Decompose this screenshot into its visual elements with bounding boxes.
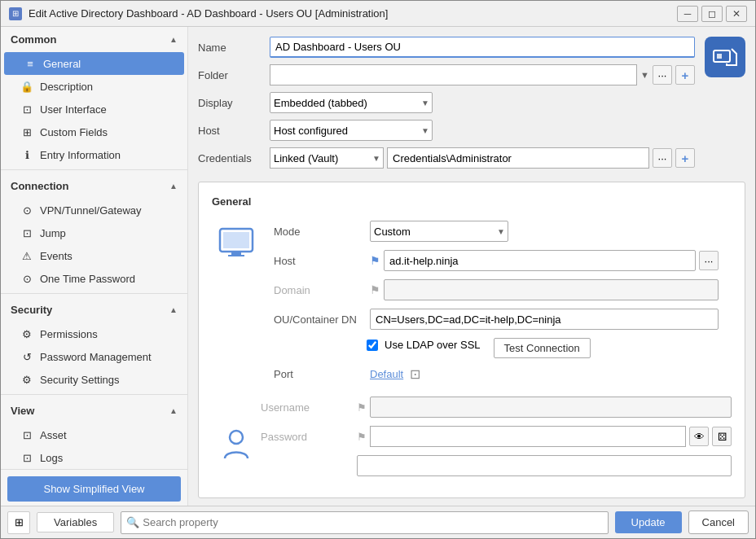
display-select[interactable]: Embedded (tabbed) <box>270 92 433 113</box>
monitor-icon <box>217 224 256 270</box>
sidebar-section-view-header[interactable]: View ▲ <box>1 398 187 423</box>
close-button[interactable]: ✕ <box>726 6 747 22</box>
username-row: Username ⚑ <box>261 397 732 418</box>
password-mgmt-icon: ↺ <box>20 350 33 363</box>
sidebar-item-jump[interactable]: ⊡ Jump <box>1 221 187 244</box>
ldap-ssl-checkbox[interactable] <box>367 340 378 351</box>
folder-dots-button[interactable]: ··· <box>653 65 672 85</box>
display-row: Display Embedded (tabbed) ▼ <box>198 92 695 113</box>
sidebar-item-security-settings[interactable]: ⚙ Security Settings <box>1 368 187 391</box>
sidebar-item-logs[interactable]: ⊡ Logs <box>1 446 187 469</box>
svg-rect-1 <box>717 54 722 59</box>
svg-rect-4 <box>231 252 241 255</box>
sidebar-item-password-management[interactable]: ↺ Password Management <box>1 345 187 368</box>
title-bar: ⊞ Edit Active Directory Dashboard - AD D… <box>1 1 755 27</box>
folder-row: Folder ▼ ··· + <box>198 64 695 85</box>
port-label: Port <box>274 368 363 380</box>
show-simplified-button[interactable]: Show Simplified View <box>7 476 181 502</box>
sidebar-section-security: Security ▲ ⚙ Permissions ↺ Password Mana… <box>1 297 187 391</box>
credentials-select[interactable]: Linked (Vault) <box>270 147 384 169</box>
sidebar-item-general-label: General <box>43 58 81 70</box>
domain-input[interactable] <box>384 279 719 300</box>
extra-input[interactable] <box>357 455 732 476</box>
window-title: Edit Active Directory Dashboard - AD Das… <box>29 7 388 20</box>
user-svg <box>222 427 251 462</box>
sidebar-item-events-label: Events <box>40 250 73 262</box>
main-window: ⊞ Edit Active Directory Dashboard - AD D… <box>0 0 756 539</box>
user-icon-area <box>212 397 261 484</box>
gen-host-input[interactable] <box>384 250 696 271</box>
user-pwd-area: Username ⚑ Password ⚑ <box>212 397 732 484</box>
sidebar-item-custom-label: Custom Fields <box>40 126 108 138</box>
gen-host-dots-button[interactable]: ··· <box>699 251 719 270</box>
sidebar-item-vpn[interactable]: ⊙ VPN/Tunnel/Gateway <box>1 199 187 221</box>
maximize-button[interactable]: ◻ <box>701 6 723 22</box>
sidebar-item-pwd-mgmt-label: Password Management <box>40 351 152 363</box>
gen-host-input-row: ⚑ ··· <box>370 250 719 271</box>
domain-row: Domain ⚑ <box>274 279 719 300</box>
minimize-button[interactable]: ─ <box>677 6 698 22</box>
host-select[interactable]: Host configured <box>270 120 433 141</box>
username-input[interactable] <box>370 397 732 418</box>
general-inner: Mode Custom Default ▼ Host <box>212 221 732 390</box>
sidebar-item-custom-fields[interactable]: ⊞ Custom Fields <box>1 121 187 143</box>
credentials-dots-button[interactable]: ··· <box>653 148 672 168</box>
folder-add-button[interactable]: + <box>675 65 695 85</box>
mode-select[interactable]: Custom Default <box>370 221 508 242</box>
name-input[interactable] <box>270 37 695 58</box>
sidebar-bottom: Show Simplified View <box>1 469 187 506</box>
sidebar-item-sec-settings-label: Security Settings <box>40 374 120 386</box>
sidebar-section-view-label: View <box>11 405 34 417</box>
sidebar-item-entry-label: Entry Information <box>40 149 121 161</box>
general-tab-header: General <box>212 195 732 208</box>
top-form-area: Name Folder ▼ ··· + <box>198 37 745 175</box>
svg-point-6 <box>230 431 243 444</box>
cancel-button[interactable]: Cancel <box>688 511 749 534</box>
variables-button[interactable]: Variables <box>37 512 114 532</box>
display-label: Display <box>198 97 263 109</box>
port-row: Port Default ⊡ <box>274 366 719 382</box>
update-button[interactable]: Update <box>615 511 682 533</box>
password-input[interactable] <box>370 426 686 447</box>
sidebar-item-events[interactable]: ⚠ Events <box>1 244 187 267</box>
sidebar-item-asset-label: Asset <box>40 429 67 441</box>
sidebar: Common ▲ ≡ General 🔒 Description ⊡ User … <box>1 27 188 506</box>
sidebar-section-common-header[interactable]: Common ▲ <box>1 27 187 52</box>
sidebar-item-description[interactable]: 🔒 Description <box>1 75 187 98</box>
port-default-link[interactable]: Default <box>370 368 403 380</box>
jump-icon: ⊡ <box>20 226 33 239</box>
general-box: General <box>198 182 745 498</box>
sidebar-item-jump-label: Jump <box>40 227 66 239</box>
sidebar-item-asset[interactable]: ⊡ Asset <box>1 423 187 446</box>
sidebar-item-entry-information[interactable]: ℹ Entry Information <box>1 143 187 166</box>
host-flag-icon: ⚑ <box>370 254 380 267</box>
password-row: Password ⚑ 👁 ⚄ <box>261 426 732 447</box>
folder-input[interactable] <box>270 64 637 85</box>
sidebar-section-security-label: Security <box>11 304 52 316</box>
sidebar-item-general[interactable]: ≡ General <box>4 52 184 75</box>
name-row: Name <box>198 37 695 58</box>
sidebar-item-permissions[interactable]: ⚙ Permissions <box>1 322 187 345</box>
credentials-add-button[interactable]: + <box>675 148 695 168</box>
sidebar-item-otp[interactable]: ⊙ One Time Password <box>1 267 187 290</box>
test-connection-button[interactable]: Test Connection <box>494 338 591 358</box>
sidebar-item-user-interface[interactable]: ⊡ User Interface <box>1 98 187 121</box>
chevron-up-icon: ▲ <box>169 35 178 44</box>
gen-host-dots-icon: ··· <box>705 255 714 267</box>
sidebar-section-security-header[interactable]: Security ▲ <box>1 297 187 322</box>
right-panel: Name Folder ▼ ··· + <box>188 27 755 506</box>
port-copy-icon[interactable]: ⊡ <box>410 366 420 382</box>
title-bar-controls: ─ ◻ ✕ <box>677 6 747 22</box>
grid-view-button[interactable]: ⊞ <box>7 511 30 534</box>
display-select-wrap: Embedded (tabbed) ▼ <box>270 92 433 113</box>
sidebar-section-connection-header[interactable]: Connection ▲ <box>1 173 187 199</box>
search-input[interactable] <box>143 516 602 528</box>
ou-input[interactable] <box>370 309 719 330</box>
password-gen-button[interactable]: ⚄ <box>712 427 732 446</box>
sidebar-item-description-label: Description <box>40 81 93 93</box>
password-show-button[interactable]: 👁 <box>689 427 709 446</box>
ldap-ssl-label[interactable]: Use LDAP over SSL <box>385 339 481 351</box>
credentials-select-wrap: Linked (Vault) ▼ <box>270 147 384 169</box>
sidebar-item-permissions-label: Permissions <box>40 328 98 340</box>
mode-row: Mode Custom Default ▼ <box>274 221 719 242</box>
